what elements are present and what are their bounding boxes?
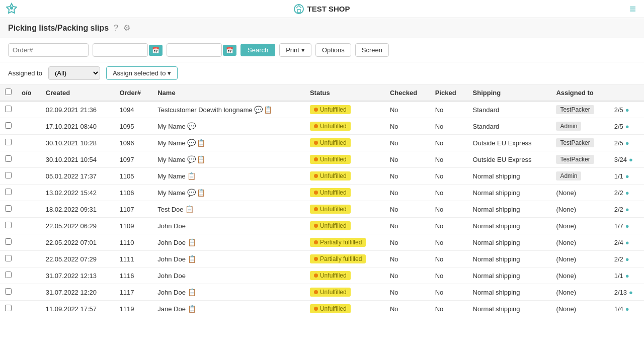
row-checkbox-cell[interactable] xyxy=(0,284,17,301)
screen-button[interactable]: Screen xyxy=(355,43,389,57)
row-checkbox-cell[interactable] xyxy=(0,101,17,118)
date-to-input[interactable]: 05.10.2022 xyxy=(167,43,222,57)
row-shipping: Normal shipping xyxy=(468,284,551,301)
hamburger-icon[interactable]: ≡ xyxy=(629,3,636,15)
row-checkbox-cell[interactable] xyxy=(0,251,17,267)
eye-icon[interactable]: ● xyxy=(625,305,629,313)
row-checked: No xyxy=(385,201,430,218)
select-all-checkbox[interactable] xyxy=(5,88,12,95)
eye-icon[interactable]: ● xyxy=(629,156,633,163)
eye-icon[interactable]: ● xyxy=(625,255,629,263)
document-icon[interactable]: 📋 xyxy=(188,238,196,246)
row-created: 02.09.2021 21:36 xyxy=(41,101,115,118)
row-checkbox-cell[interactable] xyxy=(0,301,17,317)
row-checkbox[interactable] xyxy=(5,189,12,195)
date-to-calendar-button[interactable]: 📅 xyxy=(223,45,236,56)
eye-icon[interactable]: ● xyxy=(625,239,629,246)
document-icon[interactable]: 📋 xyxy=(188,305,196,313)
row-status: Unfulfilled xyxy=(305,284,385,301)
row-count: 1/1 ● xyxy=(609,267,644,284)
eye-icon[interactable]: ● xyxy=(625,106,629,114)
row-checkbox-cell[interactable] xyxy=(0,218,17,234)
row-name: My Name 💬📋 xyxy=(152,185,305,201)
document-icon[interactable]: 📋 xyxy=(264,106,272,114)
row-checkbox-cell[interactable] xyxy=(0,267,17,284)
row-checkbox-cell[interactable] xyxy=(0,135,17,151)
row-checkbox[interactable] xyxy=(5,222,12,228)
assign-selected-label: Assign selected to xyxy=(113,69,166,77)
eye-icon[interactable]: ● xyxy=(625,272,629,280)
settings-button[interactable]: ⚙ xyxy=(123,23,130,33)
message-icon[interactable]: 💬 xyxy=(187,155,196,163)
document-icon[interactable]: 📋 xyxy=(197,155,205,163)
row-checkbox[interactable] xyxy=(5,122,12,129)
row-oo xyxy=(17,284,41,301)
header-order: Order# xyxy=(114,84,152,101)
select-all-header[interactable] xyxy=(0,84,17,101)
count-value: 2/5 xyxy=(614,106,623,114)
document-icon[interactable]: 📋 xyxy=(187,172,196,180)
document-icon[interactable]: 📋 xyxy=(197,189,205,197)
date-from-input[interactable]: 10.08.2021 xyxy=(93,43,148,57)
eye-icon[interactable]: ● xyxy=(625,172,629,180)
row-picked: No xyxy=(430,118,468,135)
row-checkbox-cell[interactable] xyxy=(0,151,17,168)
message-icon[interactable]: 💬 xyxy=(254,106,263,114)
row-name: Jane Doe 📋 xyxy=(152,301,305,317)
document-icon[interactable]: 📋 xyxy=(185,205,194,213)
row-checked: No xyxy=(385,185,430,201)
date-to-group: 05.10.2022 📅 xyxy=(167,43,236,57)
help-button[interactable]: ? xyxy=(114,24,118,33)
row-checkbox-cell[interactable] xyxy=(0,201,17,218)
count-value: 2/4 xyxy=(614,239,623,246)
eye-icon[interactable]: ● xyxy=(625,189,629,197)
assignee-none: (None) xyxy=(556,272,576,280)
row-checkbox[interactable] xyxy=(5,106,12,112)
status-badge: Unfulfilled xyxy=(310,171,351,180)
row-checkbox-cell[interactable] xyxy=(0,118,17,135)
options-button[interactable]: Options xyxy=(315,43,351,57)
row-checkbox[interactable] xyxy=(5,238,12,245)
assigned-to-select[interactable]: (All)AdminTestPacker xyxy=(48,66,100,80)
assign-selected-button[interactable]: Assign selected to ▾ xyxy=(106,66,178,80)
document-icon[interactable]: 📋 xyxy=(188,255,196,263)
row-checkbox[interactable] xyxy=(5,305,12,311)
hamburger-menu[interactable]: ≡ xyxy=(629,3,636,16)
eye-icon[interactable]: ● xyxy=(625,206,629,213)
order-search-input[interactable] xyxy=(8,43,89,57)
search-button[interactable]: Search xyxy=(240,44,275,56)
count-value: 1/4 xyxy=(614,305,623,313)
row-status: Partially fulfilled xyxy=(305,251,385,267)
header-count xyxy=(609,84,644,101)
row-order: 1117 xyxy=(114,284,152,301)
row-checkbox[interactable] xyxy=(5,255,12,261)
row-checkbox-cell[interactable] xyxy=(0,234,17,251)
document-icon[interactable]: 📋 xyxy=(188,288,196,296)
row-assignee: (None) xyxy=(551,218,609,234)
row-count: 2/13 ● xyxy=(609,284,644,301)
row-checkbox-cell[interactable] xyxy=(0,168,17,185)
message-icon[interactable]: 💬 xyxy=(187,139,196,147)
row-assignee: (None) xyxy=(551,267,609,284)
row-checkbox-cell[interactable] xyxy=(0,185,17,201)
row-checkbox[interactable] xyxy=(5,139,12,145)
eye-icon[interactable]: ● xyxy=(625,222,629,230)
row-checked: No xyxy=(385,284,430,301)
print-button[interactable]: Print ▾ xyxy=(279,43,311,57)
message-icon[interactable]: 💬 xyxy=(187,122,196,130)
message-icon[interactable]: 💬 xyxy=(187,189,196,197)
eye-icon[interactable]: ● xyxy=(629,289,633,296)
row-checkbox[interactable] xyxy=(5,205,12,212)
date-from-calendar-button[interactable]: 📅 xyxy=(149,45,163,56)
row-checkbox[interactable] xyxy=(5,272,12,278)
document-icon[interactable]: 📋 xyxy=(197,139,205,147)
customer-name: Test Doe xyxy=(157,206,183,213)
row-oo xyxy=(17,118,41,135)
row-checkbox[interactable] xyxy=(5,172,12,178)
eye-icon[interactable]: ● xyxy=(625,123,629,130)
row-created: 22.05.2022 07:29 xyxy=(41,251,115,267)
row-checkbox[interactable] xyxy=(5,155,12,162)
row-checkbox[interactable] xyxy=(5,288,12,295)
eye-icon[interactable]: ● xyxy=(625,139,629,147)
row-created: 31.07.2022 12:13 xyxy=(41,267,115,284)
